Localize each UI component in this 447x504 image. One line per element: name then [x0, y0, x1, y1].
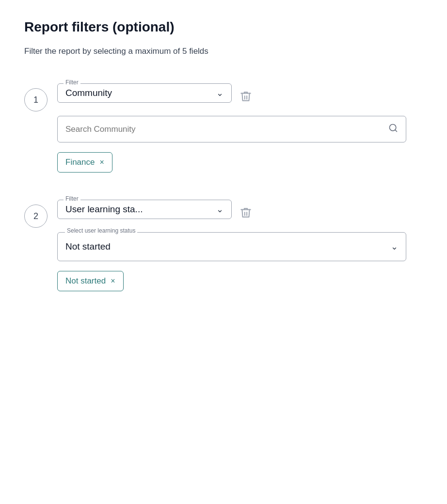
filter-1-number: 1 — [24, 88, 48, 111]
filter-2-tags: Not started × — [57, 271, 423, 291]
filter-1-select[interactable]: Filter Community ⌄ — [57, 83, 232, 103]
filter-2-select[interactable]: Filter User learning sta... ⌄ — [57, 200, 232, 219]
filter-1-search-box[interactable] — [57, 116, 406, 142]
status-select-label: Select user learning status — [65, 227, 137, 234]
chevron-down-icon: ⌄ — [216, 88, 224, 98]
filter-2-status-select[interactable]: Not started ⌄ — [57, 232, 406, 261]
filter-2-status-value: Not started — [65, 241, 111, 252]
filter-1-label: Filter — [64, 79, 80, 86]
chevron-down-icon: ⌄ — [391, 241, 398, 252]
filter-1-value: Community — [65, 88, 112, 98]
svg-line-1 — [395, 130, 397, 132]
search-icon — [388, 123, 398, 135]
filter-1-block: 1 Filter Community ⌄ — [24, 79, 423, 173]
filter-1-content: Filter Community ⌄ — [57, 79, 423, 173]
page-subtitle: Filter the report by selecting a maximum… — [24, 47, 423, 56]
filter-2-value: User learning sta... — [65, 204, 143, 215]
filter-2-content: Filter User learning sta... ⌄ Select use… — [57, 196, 423, 291]
filter-1-tag-label: Finance — [65, 158, 95, 167]
filter-2-label: Filter — [64, 195, 80, 202]
page-title: Report filters (optional) — [24, 19, 423, 35]
filter-1-delete-button[interactable] — [238, 88, 254, 106]
search-input[interactable] — [65, 125, 388, 134]
filter-1-tags: Finance × — [57, 152, 423, 173]
filter-2-number: 2 — [24, 205, 48, 228]
trash-icon — [239, 90, 252, 103]
filter-2-delete-button[interactable] — [238, 205, 254, 222]
trash-icon — [239, 206, 252, 219]
filter-1-dropdown-wrapper: Filter Community ⌄ — [57, 79, 254, 106]
filter-2-tag-remove-button[interactable]: × — [111, 277, 115, 285]
chevron-down-icon: ⌄ — [216, 204, 224, 215]
filter-2-dropdown-wrapper: Filter User learning sta... ⌄ — [57, 196, 254, 222]
filter-2-tag-label: Not started — [65, 276, 106, 286]
filter-2-status-wrapper: Select user learning status Not started … — [57, 232, 406, 261]
filter-1-tag-remove-button[interactable]: × — [99, 158, 104, 166]
filter-2-block: 2 Filter User learning sta... ⌄ Select u… — [24, 196, 423, 291]
filter-2-tag-not-started: Not started × — [57, 271, 124, 291]
filter-1-tag-finance: Finance × — [57, 152, 112, 173]
